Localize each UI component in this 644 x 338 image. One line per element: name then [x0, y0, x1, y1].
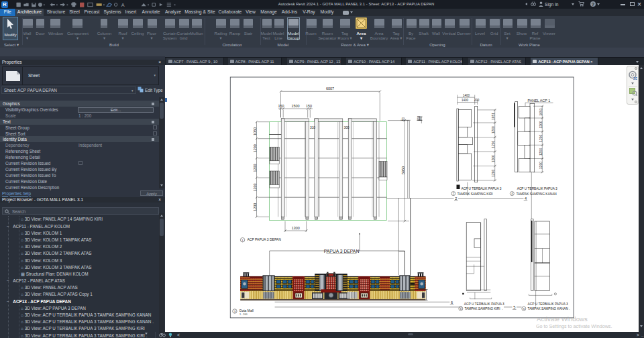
svg-text:300: 300 [343, 126, 349, 129]
svg-text:1200: 1200 [539, 162, 543, 169]
svg-text:1051: 1051 [539, 108, 543, 115]
svg-text:2D: 2D [633, 76, 637, 80]
svg-text:1500: 1500 [292, 104, 300, 108]
svg-text:PANEL ACP 1: PANEL ACP 1 [528, 99, 551, 103]
svg-text:1400: 1400 [463, 94, 470, 97]
svg-text:1051: 1051 [491, 113, 495, 120]
svg-text:1200: 1200 [491, 141, 495, 148]
svg-text:ACP U TERBALIK PAPUA 3: ACP U TERBALIK PAPUA 3 [517, 187, 557, 190]
svg-text:ACP U TERBALIK PAPUA 3: ACP U TERBALIK PAPUA 3 [528, 302, 568, 306]
svg-text:6007: 6007 [326, 87, 334, 91]
svg-text:Activate Windows: Activate Windows [537, 315, 588, 323]
svg-text:1400: 1400 [462, 99, 469, 102]
svg-text:ACP U TERBALIK PAPUA 3: ACP U TERBALIK PAPUA 3 [462, 187, 502, 190]
svg-text:1200: 1200 [491, 170, 495, 177]
svg-text:1200: 1200 [539, 134, 543, 142]
svg-text:4: 4 [525, 196, 527, 201]
svg-text:1200: 1200 [253, 144, 257, 152]
svg-text:TAMPAK SAMPING KANAN .: TAMPAK SAMPING KANAN . [528, 307, 570, 311]
svg-text:Go to Settings to activate Win: Go to Settings to activate Windows. [536, 323, 612, 329]
svg-text:1200: 1200 [539, 121, 543, 128]
svg-text:ACP U TERBALIK PAPUA 3: ACP U TERBALIK PAPUA 3 [464, 302, 504, 306]
svg-text:PAPUA 3 DEPAN: PAPUA 3 DEPAN [324, 249, 360, 253]
svg-text:150: 150 [417, 115, 421, 121]
svg-text:1050: 1050 [253, 127, 257, 135]
svg-text:150: 150 [306, 104, 312, 108]
svg-text:Gota Mall: Gota Mall [239, 308, 254, 313]
svg-text:200: 200 [474, 99, 480, 102]
svg-text:1200: 1200 [253, 203, 257, 211]
svg-text:150: 150 [278, 104, 284, 108]
svg-text:ACP PAPUA 3 DEPAN: ACP PAPUA 3 DEPAN [248, 237, 282, 241]
svg-text:50: 50 [402, 117, 405, 121]
svg-text:1200: 1200 [491, 126, 495, 133]
svg-text:5950: 5950 [401, 166, 405, 174]
svg-text:TAMPAK SAMPING KIRI: TAMPAK SAMPING KIRI [458, 192, 493, 196]
svg-text:1200: 1200 [539, 148, 543, 156]
svg-text:2: 2 [455, 196, 457, 201]
svg-text:1200: 1200 [491, 155, 495, 162]
svg-text:TAMPAK SAMPING KANAN: TAMPAK SAMPING KANAN [517, 192, 557, 196]
svg-text:310: 310 [310, 126, 315, 129]
svg-text:1 : 200: 1 : 200 [239, 313, 248, 316]
svg-text:5: 5 [513, 305, 515, 309]
svg-text:TAMPAK SAMPING KIRI .: TAMPAK SAMPING KIRI . [465, 307, 503, 311]
svg-text:1200: 1200 [253, 184, 257, 192]
svg-text:6: 6 [451, 300, 453, 304]
svg-text:1300: 1300 [292, 226, 300, 230]
svg-text:1200: 1200 [253, 164, 257, 172]
